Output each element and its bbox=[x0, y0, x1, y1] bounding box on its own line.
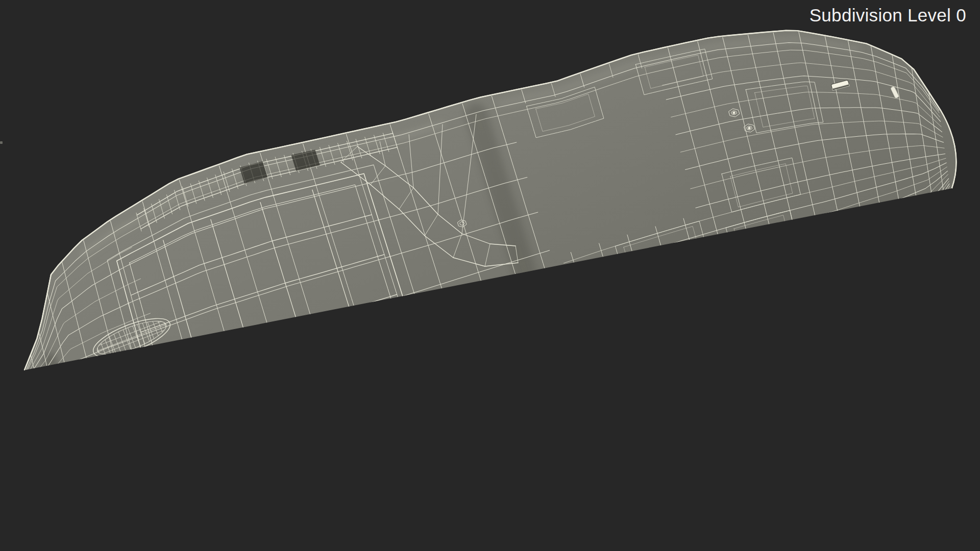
left-edge-artifact bbox=[0, 141, 3, 144]
3d-viewport[interactable]: Subdivision Level 0 bbox=[0, 0, 980, 551]
wireframe-model bbox=[0, 0, 980, 551]
subdivision-level-label: Subdivision Level 0 bbox=[810, 5, 966, 26]
